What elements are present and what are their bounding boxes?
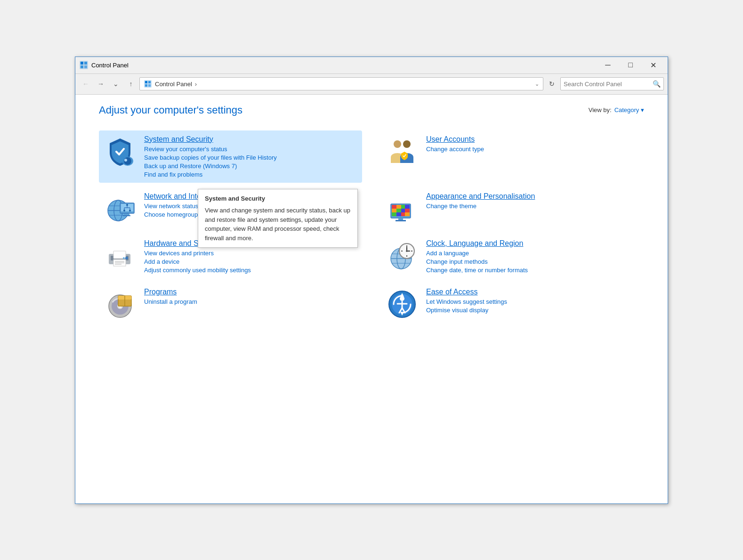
svg-point-54 — [125, 257, 128, 260]
ease-of-access-icon — [386, 288, 419, 321]
programs-icon — [104, 288, 137, 321]
svg-rect-9 — [148, 84, 151, 87]
category-appearance: Appearance and Personalisation Change th… — [381, 187, 644, 230]
svg-point-55 — [123, 257, 125, 259]
svg-rect-37 — [392, 209, 396, 212]
ease-of-access-link[interactable]: Ease of Access — [426, 288, 507, 296]
title-bar: Control Panel ─ □ ✕ — [75, 57, 668, 74]
tooltip-body: View and change system and security stat… — [205, 206, 351, 243]
add-language-link[interactable]: Add a language — [426, 250, 528, 257]
user-accounts-link[interactable]: User Accounts — [426, 135, 484, 144]
svg-rect-39 — [401, 209, 405, 212]
review-status-link[interactable]: Review your computer's status — [144, 146, 277, 153]
svg-rect-35 — [401, 205, 405, 209]
category-system-security: System and Security Review your computer… — [99, 130, 362, 183]
main-content: Adjust your computer's settings View by:… — [75, 95, 668, 503]
system-security-link[interactable]: System and Security — [144, 135, 277, 144]
appearance-link[interactable]: Appearance and Personalisation — [426, 192, 535, 201]
svg-rect-44 — [405, 212, 410, 216]
svg-rect-22 — [124, 214, 129, 215]
backup-history-link[interactable]: Save backup copies of your files with Fi… — [144, 154, 277, 161]
window-title: Control Panel — [91, 62, 597, 69]
svg-rect-42 — [396, 212, 401, 216]
category-programs: Programs Uninstall a program — [99, 283, 362, 325]
change-account-type-link[interactable]: Change account type — [426, 146, 484, 153]
devices-printers-link[interactable]: View devices and printers — [144, 250, 251, 257]
category-ease-of-access: Ease of Access Let Windows suggest setti… — [381, 283, 644, 325]
appearance-text: Appearance and Personalisation Change th… — [426, 192, 535, 210]
appearance-icon — [386, 192, 419, 225]
window-icon — [79, 60, 89, 70]
svg-rect-23 — [123, 215, 130, 216]
categories-grid: System and Security Review your computer… — [99, 130, 644, 325]
system-security-text: System and Security Review your computer… — [144, 135, 277, 178]
view-by-dropdown[interactable]: Category ▾ — [614, 106, 644, 114]
svg-rect-34 — [396, 205, 401, 209]
find-fix-link[interactable]: Find and fix problems — [144, 171, 277, 178]
mobility-settings-link[interactable]: Adjust commonly used mobility settings — [144, 267, 251, 274]
refresh-button[interactable]: ↻ — [545, 77, 558, 90]
svg-rect-41 — [392, 212, 396, 216]
programs-link[interactable]: Programs — [144, 288, 197, 296]
svg-point-13 — [403, 140, 411, 148]
svg-point-79 — [400, 296, 404, 301]
forward-button[interactable]: → — [94, 77, 107, 90]
svg-rect-38 — [396, 209, 401, 212]
svg-point-11 — [124, 159, 127, 162]
system-security-icon — [104, 135, 137, 168]
back-button[interactable]: ← — [79, 77, 92, 90]
view-by-label: View by: — [589, 106, 612, 114]
clock-language-link[interactable]: Clock, Language and Region — [426, 239, 528, 248]
address-path: Control Panel — [155, 81, 192, 88]
programs-text: Programs Uninstall a program — [144, 288, 197, 305]
backup-restore-link[interactable]: Back up and Restore (Windows 7) — [144, 162, 277, 170]
visual-display-link[interactable]: Optimise visual display — [426, 307, 507, 314]
hardware-sound-icon — [104, 239, 137, 272]
maximize-button[interactable]: □ — [620, 58, 641, 72]
svg-rect-40 — [405, 209, 410, 212]
view-by-control: View by: Category ▾ — [589, 106, 644, 114]
address-field[interactable]: Control Panel › ⌄ — [139, 77, 543, 90]
change-theme-link[interactable]: Change the theme — [426, 203, 535, 210]
svg-rect-3 — [81, 65, 83, 68]
svg-rect-1 — [81, 62, 83, 65]
uninstall-link[interactable]: Uninstall a program — [144, 298, 197, 305]
svg-point-30 — [129, 210, 131, 211]
input-methods-link[interactable]: Change input methods — [426, 258, 528, 265]
svg-point-69 — [406, 250, 408, 252]
category-user-accounts: User Accounts Change account type — [381, 130, 644, 183]
windows-suggest-link[interactable]: Let Windows suggest settings — [426, 298, 507, 305]
network-internet-icon — [104, 192, 137, 225]
svg-rect-8 — [145, 84, 147, 87]
up-button[interactable]: ↑ — [124, 77, 137, 90]
svg-rect-46 — [396, 220, 406, 221]
search-input[interactable] — [564, 81, 653, 88]
svg-rect-43 — [401, 212, 405, 216]
clock-language-icon — [386, 239, 419, 272]
clock-language-text: Clock, Language and Region Add a languag… — [426, 239, 528, 274]
address-bar: ← → ⌄ ↑ Control Panel › ⌄ ↻ 🔍 — [75, 74, 668, 95]
page-title: Adjust your computer's settings — [99, 104, 242, 116]
control-panel-window: Control Panel ─ □ ✕ ← → ⌄ ↑ Control Pane… — [75, 57, 668, 504]
search-box[interactable]: 🔍 — [560, 77, 664, 90]
date-formats-link[interactable]: Change date, time or number formats — [426, 267, 528, 274]
minimize-button[interactable]: ─ — [597, 58, 619, 72]
svg-point-12 — [394, 140, 401, 148]
address-dropdown-chevron[interactable]: ⌄ — [535, 81, 539, 87]
tooltip-title: System and Security — [205, 194, 351, 203]
close-button[interactable]: ✕ — [642, 58, 664, 72]
system-security-tooltip: System and Security View and change syst… — [198, 189, 358, 248]
user-accounts-icon — [386, 135, 419, 168]
add-device-link[interactable]: Add a device — [144, 258, 251, 265]
search-icon[interactable]: 🔍 — [653, 80, 661, 88]
window-controls: ─ □ ✕ — [597, 58, 664, 72]
svg-point-29 — [123, 210, 125, 211]
svg-point-28 — [126, 204, 128, 206]
svg-rect-4 — [84, 65, 87, 68]
page-header: Adjust your computer's settings View by:… — [99, 104, 644, 116]
category-clock-language: Clock, Language and Region Add a languag… — [381, 235, 644, 278]
svg-rect-2 — [84, 62, 87, 65]
svg-rect-33 — [392, 205, 396, 209]
svg-rect-6 — [145, 81, 147, 83]
recent-locations-button[interactable]: ⌄ — [109, 77, 122, 90]
